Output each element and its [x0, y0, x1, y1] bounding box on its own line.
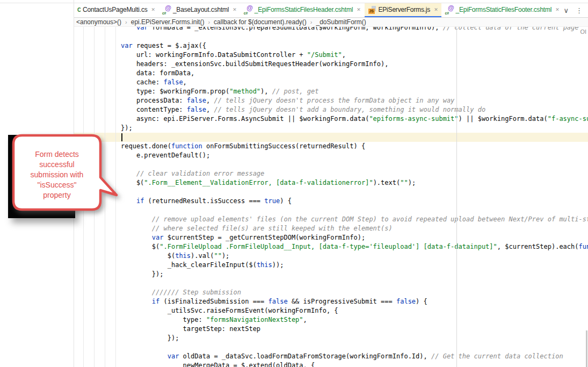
code-line: cache: false,: [74, 78, 588, 87]
code-line: contentType: false, // tells jQuery does…: [74, 105, 588, 114]
breadcrumb-separator: ›: [310, 19, 313, 25]
editor-tab[interactable]: JSEPiServerForms.js✕: [365, 3, 442, 18]
code-line: data: formData,: [74, 69, 588, 78]
code-line: $(this).val("");: [74, 251, 588, 261]
code-line: type: $workingForm.prop("method"), // po…: [74, 87, 588, 96]
js-file-icon: JS: [368, 6, 376, 14]
code-line: newMergeData = $.extend(oldData, {: [74, 361, 588, 367]
editor-tab[interactable]: @c#_EpiFormsStaticFilesFooter.cshtml✕: [441, 3, 563, 18]
panel-top-border: [0, 3, 588, 3]
inspection-widget-fragment: OI: [580, 28, 586, 35]
code-line: // clear validation error message: [74, 169, 588, 178]
breadcrumb-item[interactable]: _doSubmitForm(): [316, 18, 366, 26]
code-line: });: [74, 334, 588, 343]
right-margin-guide: [456, 23, 457, 367]
code-line: // remove upload elements' files (on the…: [74, 215, 588, 224]
close-icon[interactable]: ✕: [151, 7, 155, 12]
breadcrumb-item[interactable]: <anonymous>(): [76, 18, 121, 26]
editor-tab[interactable]: @c#_BaseLayout.cshtml✕: [159, 3, 241, 18]
code-line: type: "formsNavigationNextStep",: [74, 315, 588, 325]
callout-text-line: submission with: [13, 170, 100, 180]
callout-text-line: successful: [13, 160, 100, 170]
tab-label: _BaseLayout.cshtml: [173, 6, 229, 13]
code-line: _hack_clearFileInput($(this));: [74, 261, 588, 270]
tab-label: _EpiFormsStaticFilesFooter.cshtml: [455, 6, 551, 13]
code-line: if (isFinalizedSubmission === false && i…: [74, 297, 588, 306]
editor-scrollbar-thumb[interactable]: [586, 330, 587, 367]
breadcrumb-item[interactable]: epi.EPiServer.Forms.init(): [131, 18, 205, 26]
razor-file-icon: @c#: [163, 6, 171, 14]
razor-file-icon: @c#: [244, 6, 252, 14]
code-line: processData: false, // tells jQuery does…: [74, 96, 588, 105]
editor-tab[interactable]: @c#_EpiFormsStaticFilesHeader.cshtml✕: [241, 3, 365, 18]
callout-text-line: Form detects: [13, 149, 100, 160]
callout-text-line: property: [13, 190, 100, 200]
code-area[interactable]: var formData = _extensionSvc.prepareSubm…: [74, 23, 588, 367]
tab-label: EPiServerForms.js: [379, 6, 431, 13]
code-line: [74, 188, 588, 197]
code-lines: var formData = _extensionSvc.prepareSubm…: [74, 23, 588, 367]
code-line: _utilsSvc.raiseFormsEvent(workingFormInf…: [74, 306, 588, 315]
tab-bar-bottom-border: [74, 17, 588, 18]
code-line: $(".Form__Element__ValidationError, [dat…: [74, 178, 588, 188]
code-line: });: [74, 124, 588, 133]
csharp-file-icon: C#: [77, 6, 81, 14]
code-line: if (returnedResult.isSuccess === true) {: [74, 197, 588, 206]
breadcrumb: <anonymous>()›epi.EPiServer.Forms.init()…: [74, 18, 588, 27]
chevron-down-icon[interactable]: ∨: [563, 7, 569, 14]
code-line: $(".FormFileUpload .FormFileUpload__Inpu…: [74, 242, 588, 251]
callout-text: Form detectssuccessfulsubmission with"is…: [13, 149, 100, 200]
code-line: // where selected file(s) are still keep…: [74, 224, 588, 233]
callout-text-line: "isSuccess": [13, 180, 100, 190]
code-line: [74, 206, 588, 215]
breadcrumb-separator: ›: [125, 19, 127, 25]
code-line: request.done(function onFormSubmittingSu…: [74, 142, 588, 151]
code-line: var $currentStep = _getCurrentStepDOM(wo…: [74, 233, 588, 242]
tab-label: ContactUsPageMulti.cs: [83, 6, 148, 13]
code-line: async: epi.EPiServer.Forms.AsyncSubmit |…: [74, 114, 588, 124]
code-line: [74, 343, 588, 352]
close-icon[interactable]: ✕: [233, 7, 236, 12]
code-line: var request = $.ajax({: [74, 41, 588, 51]
tab-label: _EpiFormsStaticFilesHeader.cshtml: [255, 6, 353, 13]
tab-bar: C#ContactUsPageMulti.cs✕@c#_BaseLayout.c…: [74, 3, 588, 18]
text-caret: [121, 133, 122, 141]
code-line: url: workingFormInfo.DataSubmitControlle…: [74, 51, 588, 60]
code-line: var oldData = _dataSvc.loadFormDataFromS…: [74, 352, 588, 361]
editor-tab[interactable]: C#ContactUsPageMulti.cs✕: [74, 3, 159, 18]
code-line: e.preventDefault();: [74, 151, 588, 160]
close-icon[interactable]: ✕: [357, 7, 360, 12]
tab-bar-controls: ∨ ⋮: [559, 3, 588, 17]
code-line: headers: _extensionSvc.buildSubmitReques…: [74, 60, 588, 69]
more-options-icon[interactable]: ⋮: [576, 7, 583, 14]
code-line: [74, 133, 588, 142]
code-line: });: [74, 270, 588, 279]
close-icon[interactable]: ✕: [434, 7, 438, 12]
code-line: [74, 279, 588, 288]
breadcrumb-item[interactable]: callback for $(document).ready(): [214, 18, 307, 26]
code-line: /////// Step submission: [74, 288, 588, 297]
breadcrumb-separator: ›: [208, 19, 210, 25]
code-line: [74, 160, 588, 169]
code-line: targetStep: nextStep: [74, 325, 588, 334]
code-line: [74, 32, 588, 41]
razor-file-icon: @c#: [445, 6, 453, 14]
